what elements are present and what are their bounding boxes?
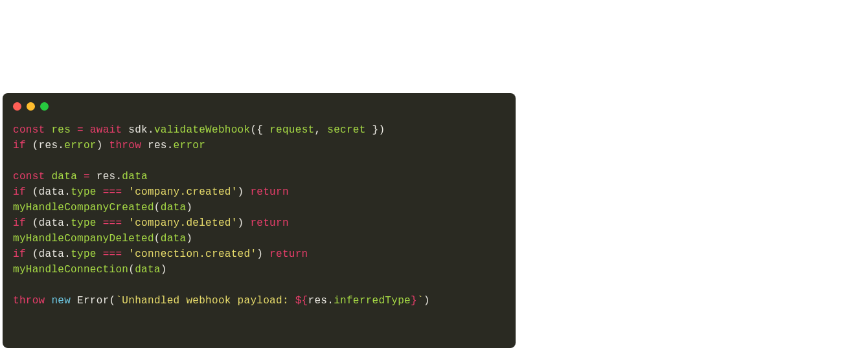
code-token: type <box>71 248 97 260</box>
code-token: return <box>250 186 288 198</box>
code-line: myHandleCompanyCreated(data) <box>13 200 505 215</box>
code-token: throw <box>109 140 142 151</box>
code-token: const <box>13 124 51 136</box>
code-token: if <box>13 217 26 229</box>
code-token: (data. <box>26 217 71 229</box>
code-line: if (data.type === 'connection.created') … <box>13 246 505 262</box>
code-line: const data = res.data <box>13 169 505 184</box>
code-token: await <box>90 124 122 136</box>
code-token: ) <box>424 295 430 307</box>
code-token: }) <box>366 124 385 136</box>
code-token: ) <box>186 202 192 213</box>
code-token: if <box>13 186 26 198</box>
code-token: ( <box>154 233 161 245</box>
window-close-button[interactable] <box>13 102 21 111</box>
code-token: ( <box>128 264 135 276</box>
code-token: ( <box>109 295 116 307</box>
code-token <box>122 186 128 198</box>
code-token: error <box>64 140 97 151</box>
code-token: = <box>84 171 90 182</box>
code-token: return <box>269 248 308 260</box>
code-line <box>13 277 505 293</box>
code-token: ) <box>186 233 192 245</box>
code-line: if (res.error) throw res.error <box>13 138 505 153</box>
code-token: ) <box>97 140 109 151</box>
code-token: data <box>161 202 187 213</box>
code-editor-window: const res = await sdk.validateWebhook({ … <box>3 93 516 348</box>
code-token: data <box>51 171 77 182</box>
code-token: data <box>122 171 148 182</box>
code-line: if (data.type === 'company.deleted') ret… <box>13 215 505 231</box>
code-token: ) <box>161 264 167 276</box>
code-token: myHandleCompanyDeleted <box>13 233 154 245</box>
code-token: (data. <box>26 186 71 198</box>
code-token <box>122 217 128 229</box>
code-line <box>13 153 505 169</box>
code-token: if <box>13 140 26 151</box>
code-token: res. <box>90 171 122 182</box>
code-token: new <box>51 295 71 307</box>
code-token <box>289 186 295 198</box>
code-token: res <box>51 124 71 136</box>
code-token: data <box>135 264 161 276</box>
code-token: return <box>250 217 288 229</box>
code-token: sdk. <box>122 124 154 136</box>
code-token: throw <box>13 295 45 307</box>
code-token: myHandleConnection <box>13 264 128 276</box>
code-token: data <box>161 233 187 245</box>
code-line: if (data.type === 'company.created') ret… <box>13 184 505 200</box>
code-token <box>308 248 315 260</box>
code-token: ) <box>257 248 269 260</box>
code-token: res. <box>141 140 174 151</box>
code-token: 'company.deleted' <box>128 217 237 229</box>
code-token: === <box>103 248 122 260</box>
window-maximize-button[interactable] <box>40 102 49 111</box>
code-token: error <box>174 140 206 151</box>
code-token: (data. <box>26 248 71 260</box>
code-token: `Unhandled webhook payload: <box>115 295 295 307</box>
code-token: validateWebhook <box>154 124 251 136</box>
code-token: request <box>269 124 314 136</box>
code-token <box>97 186 103 198</box>
code-token: type <box>71 186 97 198</box>
code-token: ({ <box>250 124 269 136</box>
code-token <box>84 124 90 136</box>
code-token: (res. <box>26 140 64 151</box>
code-token: === <box>103 217 122 229</box>
window-minimize-button[interactable] <box>27 102 35 111</box>
code-token: const <box>13 171 51 182</box>
window-controls <box>3 93 516 111</box>
code-token: ( <box>154 202 161 213</box>
code-content: const res = await sdk.validateWebhook({ … <box>3 111 516 319</box>
code-line: throw new Error(`Unhandled webhook paylo… <box>13 293 505 309</box>
code-token: ) <box>238 217 251 229</box>
code-token: 'connection.created' <box>128 248 257 260</box>
code-token: Error <box>71 295 109 307</box>
code-token <box>71 124 77 136</box>
code-token: type <box>71 217 97 229</box>
code-token: ) <box>238 186 251 198</box>
code-token: res. <box>308 295 334 307</box>
code-token <box>122 248 128 260</box>
code-token: inferredType <box>334 295 411 307</box>
code-token: = <box>77 124 84 136</box>
code-line: myHandleConnection(data) <box>13 262 505 277</box>
code-token <box>289 217 295 229</box>
code-token: ` <box>417 295 424 307</box>
code-token: myHandleCompanyCreated <box>13 202 154 213</box>
code-token <box>77 171 84 182</box>
code-line: const res = await sdk.validateWebhook({ … <box>13 122 505 138</box>
code-token: secret <box>327 124 365 136</box>
code-line: myHandleCompanyDeleted(data) <box>13 231 505 246</box>
code-token <box>45 295 52 307</box>
code-token <box>97 217 103 229</box>
code-token: } <box>411 295 417 307</box>
code-token: if <box>13 248 26 260</box>
code-token <box>97 248 103 260</box>
code-token: ${ <box>295 295 308 307</box>
code-token: === <box>103 186 122 198</box>
code-token: , <box>314 124 327 136</box>
code-token: 'company.created' <box>128 186 237 198</box>
